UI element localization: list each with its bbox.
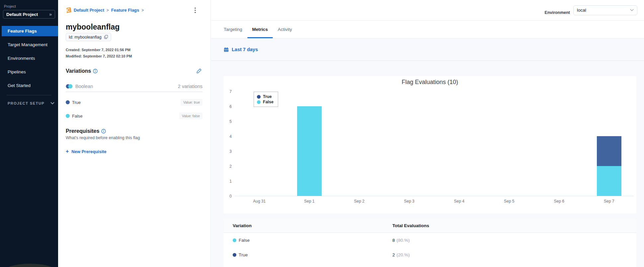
help-widget-button[interactable] bbox=[3, 264, 57, 267]
total-percent: (20.%) bbox=[397, 252, 410, 257]
x-tick-label: Sep 6 bbox=[554, 199, 564, 204]
prerequisites-subtitle: What's required before enabling this fla… bbox=[66, 135, 202, 140]
variation-name: False bbox=[239, 238, 250, 243]
variation-name: False bbox=[72, 114, 83, 119]
sidebar-item-target-management[interactable]: Target Management bbox=[0, 40, 58, 50]
table-header: Variation Total Evaluations bbox=[223, 219, 636, 233]
chart-plot-area bbox=[234, 92, 634, 196]
breadcrumb-separator: > bbox=[141, 8, 144, 13]
flag-meta: Created: September 7, 2022 01:56 PM Modi… bbox=[66, 47, 132, 59]
variation-dot bbox=[233, 238, 236, 242]
variation-type-label: Boolean bbox=[75, 84, 93, 89]
x-tick-label: Aug 31 bbox=[253, 199, 266, 204]
variation-name: True bbox=[239, 252, 248, 257]
chart-title: Flag Evaluations (10) bbox=[223, 76, 636, 86]
plus-icon: + bbox=[66, 149, 69, 154]
variations-heading: Variations bbox=[66, 68, 91, 74]
flag-id-badge: Id: mybooleanflag bbox=[66, 33, 111, 41]
info-circle-icon[interactable] bbox=[101, 129, 106, 134]
kebab-menu-icon[interactable] bbox=[193, 6, 197, 15]
variation-count: 2 variations bbox=[178, 84, 202, 89]
y-tick-label: 0 bbox=[229, 194, 232, 199]
y-tick-label: 3 bbox=[229, 149, 232, 154]
prerequisites-heading: Prerequisites bbox=[66, 128, 99, 134]
table-header-total: Total Evaluations bbox=[392, 223, 429, 228]
y-tick-label: 4 bbox=[229, 134, 232, 139]
info-circle-icon[interactable] bbox=[93, 69, 98, 73]
table-cell-variation: False bbox=[233, 238, 392, 243]
double-chevron-icon: » bbox=[49, 12, 52, 17]
y-tick-label: 7 bbox=[229, 89, 232, 94]
total-value: 8 bbox=[392, 238, 395, 243]
prerequisites-section: Prerequisites What's required before ena… bbox=[66, 128, 202, 154]
breadcrumb-link-project[interactable]: Default Project bbox=[74, 8, 104, 13]
variation-row: FalseValue: false bbox=[66, 112, 202, 120]
sidebar-item-get-started[interactable]: Get Started bbox=[0, 80, 58, 91]
variation-value-badge: Value: true bbox=[181, 99, 202, 106]
x-tick-label: Sep 1 bbox=[304, 199, 314, 204]
bar-true-sep-7 bbox=[597, 136, 621, 166]
environment-value: local bbox=[577, 8, 586, 13]
breadcrumb: Default Project > Feature Flags > bbox=[66, 7, 144, 13]
project-label: Project bbox=[4, 4, 58, 8]
total-value: 2 bbox=[392, 252, 395, 257]
x-tick-label: Sep 7 bbox=[604, 199, 614, 204]
x-tick-label: Sep 3 bbox=[404, 199, 414, 204]
variation-row: TrueValue: true bbox=[66, 98, 202, 106]
new-prerequisite-button[interactable]: + New Prerequisite bbox=[66, 149, 107, 154]
copy-icon[interactable] bbox=[104, 35, 108, 39]
variation-dot bbox=[233, 253, 236, 257]
variation-dot bbox=[66, 100, 70, 104]
environment-select[interactable]: local bbox=[573, 5, 637, 15]
metrics-content: Flag Evaluations (10) TrueFalse 01234567… bbox=[211, 61, 644, 267]
date-range-label: Last 7 days bbox=[232, 47, 258, 52]
variation-type-row: Boolean 2 variations bbox=[66, 82, 202, 90]
tab-metrics[interactable]: Metrics bbox=[247, 21, 273, 38]
total-percent: (80.%) bbox=[397, 238, 410, 243]
project-setup-toggle[interactable]: PROJECT SETUP bbox=[8, 101, 58, 105]
main-area: Environment local TargetingMetricsActivi… bbox=[211, 0, 644, 267]
table-row: False8(80.%) bbox=[223, 233, 636, 247]
sidebar-divider bbox=[7, 95, 51, 95]
flag-id-text: Id: mybooleanflag bbox=[69, 35, 102, 40]
date-range-picker[interactable]: Last 7 days bbox=[211, 39, 644, 61]
variations-divider bbox=[66, 92, 202, 92]
y-tick-label: 6 bbox=[229, 104, 232, 109]
sidebar-nav: Feature FlagsTarget ManagementEnvironmen… bbox=[0, 26, 58, 91]
x-tick-label: Sep 2 bbox=[354, 199, 364, 204]
chevron-down-icon bbox=[630, 9, 634, 11]
sidebar: Project Default Project » Feature FlagsT… bbox=[0, 0, 58, 267]
tab-targeting[interactable]: Targeting bbox=[219, 21, 247, 38]
flag-detail-panel: Default Project > Feature Flags > mybool… bbox=[58, 0, 211, 267]
chart-y-axis: 01234567 bbox=[223, 92, 232, 196]
bar-false-sep-7 bbox=[597, 166, 621, 196]
flag-created: Created: September 7, 2022 01:56 PM bbox=[66, 47, 132, 53]
flag-evaluations-chart: Flag Evaluations (10) TrueFalse 01234567… bbox=[223, 76, 636, 214]
project-selector[interactable]: Default Project » bbox=[3, 10, 55, 19]
new-prerequisite-label: New Prerequisite bbox=[71, 149, 107, 154]
breadcrumb-separator: > bbox=[107, 8, 109, 13]
table-cell-total: 2(20.%) bbox=[392, 252, 410, 258]
variation-value-badge: Value: false bbox=[179, 113, 202, 119]
tabs-row: TargetingMetricsActivity bbox=[211, 21, 644, 39]
table-cell-total: 8(80.%) bbox=[392, 237, 410, 243]
variation-dot bbox=[66, 114, 70, 118]
sidebar-item-environments[interactable]: Environments bbox=[0, 53, 58, 63]
edit-pencil-icon[interactable] bbox=[196, 67, 202, 74]
flag-modified: Modified: September 7, 2022 02:10 PM bbox=[66, 53, 132, 59]
breadcrumb-link-feature-flags[interactable]: Feature Flags bbox=[111, 8, 139, 13]
boolean-type-icon bbox=[66, 84, 73, 89]
table-header-variation: Variation bbox=[233, 223, 392, 228]
flag-title: mybooleanflag bbox=[66, 23, 120, 32]
sidebar-item-feature-flags[interactable]: Feature Flags bbox=[2, 26, 58, 36]
featbit-logo-icon bbox=[66, 7, 71, 13]
bar-false-sep-1 bbox=[297, 106, 322, 196]
calendar-icon bbox=[224, 47, 229, 52]
table-row: True2(20.%) bbox=[223, 247, 636, 262]
project-setup-label: PROJECT SETUP bbox=[8, 101, 44, 105]
chevron-down-icon bbox=[50, 102, 54, 105]
variations-section: Variations Boolean 2 variations TrueValu… bbox=[66, 67, 202, 154]
sidebar-item-pipelines[interactable]: Pipelines bbox=[0, 67, 58, 77]
tab-activity[interactable]: Activity bbox=[273, 21, 297, 38]
y-tick-label: 2 bbox=[229, 164, 232, 169]
